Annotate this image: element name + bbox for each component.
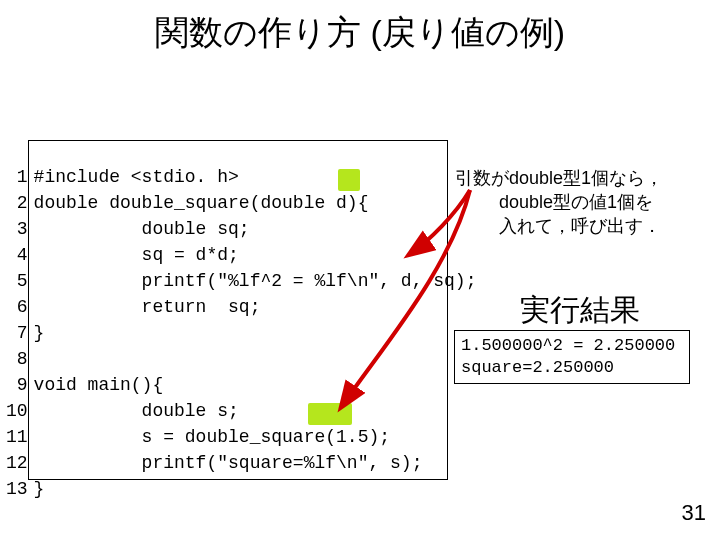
result-line: 1.500000^2 = 2.250000 <box>461 336 675 355</box>
line-number: 2 <box>6 190 28 216</box>
slide: 関数の作り方 (戻り値の例) 1#include <stdio. h> 2dou… <box>0 0 720 540</box>
line-number: 4 <box>6 242 28 268</box>
note-line: double型の値1個を <box>455 190 705 214</box>
result-box: 1.500000^2 = 2.250000 square=2.250000 <box>454 330 690 384</box>
note-line: 引数がdouble型1個なら， <box>455 168 663 188</box>
line-number: 8 <box>6 346 28 372</box>
note-line: 入れて，呼び出す． <box>455 214 705 238</box>
code-line: double s; <box>34 401 239 421</box>
line-number: 12 <box>6 450 28 476</box>
line-number: 6 <box>6 294 28 320</box>
code-line: double sq; <box>34 219 250 239</box>
code-line: double double_square(double d){ <box>34 193 369 213</box>
page-number: 31 <box>682 500 706 526</box>
code-line: #include <stdio. h> <box>34 167 239 187</box>
code-line: return sq; <box>34 297 261 317</box>
code-listing: 1#include <stdio. h> 2double double_squa… <box>6 138 476 502</box>
result-line: square=2.250000 <box>461 358 614 377</box>
line-number: 13 <box>6 476 28 502</box>
code-line: printf("%lf^2 = %lf\n", d, sq); <box>34 271 477 291</box>
code-line: printf("square=%lf\n", s); <box>34 453 423 473</box>
slide-title: 関数の作り方 (戻り値の例) <box>0 10 720 56</box>
code-line: void main(){ <box>34 375 164 395</box>
code-line: sq = d*d; <box>34 245 239 265</box>
line-number: 5 <box>6 268 28 294</box>
line-number: 1 <box>6 164 28 190</box>
result-heading: 実行結果 <box>520 290 640 331</box>
line-number: 11 <box>6 424 28 450</box>
code-line: } <box>34 479 45 499</box>
line-number: 9 <box>6 372 28 398</box>
annotation-note: 引数がdouble型1個なら， double型の値1個を 入れて，呼び出す． <box>455 166 705 238</box>
line-number: 3 <box>6 216 28 242</box>
code-line: } <box>34 323 45 343</box>
code-line: s = double_square(1.5); <box>34 427 390 447</box>
line-number: 7 <box>6 320 28 346</box>
line-number: 10 <box>6 398 28 424</box>
